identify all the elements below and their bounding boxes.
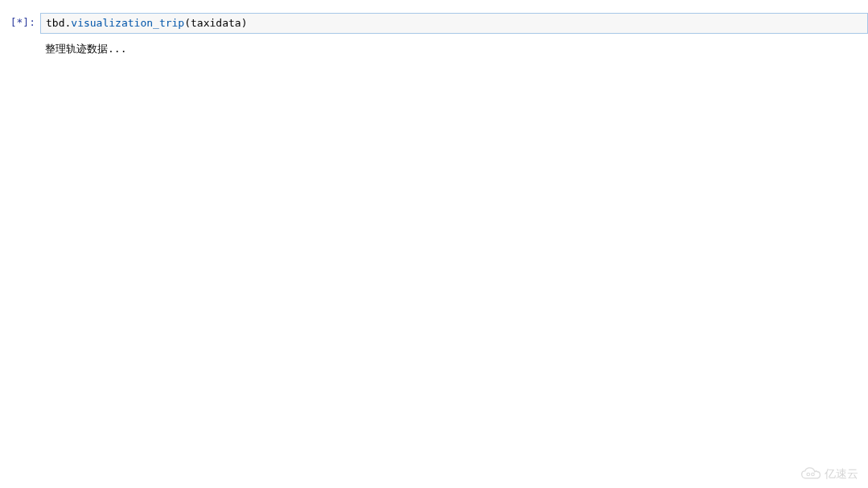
code-token-object: tbd. <box>46 17 71 29</box>
watermark-text: 亿速云 <box>825 467 858 482</box>
notebook-cell: [*]: tbd.visualization_trip(taxidata) <box>0 0 868 34</box>
code-token-paren-close: ) <box>241 17 248 29</box>
input-prompt: [*]: <box>6 13 40 34</box>
output-text: 整理轨迹数据... <box>40 40 131 58</box>
code-token-paren-open: ( <box>184 17 191 29</box>
input-wrapper: tbd.visualization_trip(taxidata) <box>40 13 868 34</box>
output-area: 整理轨迹数据... <box>0 34 868 58</box>
cloud-icon <box>800 467 821 482</box>
prompt-close: ]: <box>23 16 35 28</box>
output-prompt-spacer <box>6 40 40 58</box>
watermark: 亿速云 <box>800 467 858 482</box>
code-input[interactable]: tbd.visualization_trip(taxidata) <box>40 13 868 34</box>
code-token-argument: taxidata <box>191 17 241 29</box>
code-token-function: visualization_trip <box>71 17 184 29</box>
svg-point-1 <box>812 473 815 476</box>
prompt-open: [ <box>10 16 17 28</box>
svg-point-0 <box>807 473 810 476</box>
